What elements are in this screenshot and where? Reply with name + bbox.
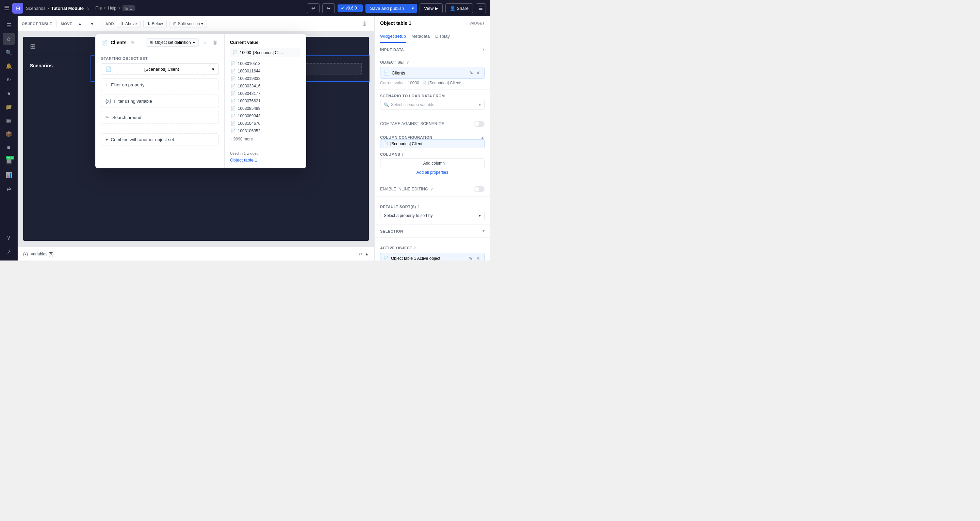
save-publish-dropdown[interactable]: ▾ — [409, 4, 417, 13]
variables-label[interactable]: Variables (5) — [30, 252, 53, 256]
version-badge[interactable]: ✔ v0.6.0+ — [337, 5, 363, 12]
variables-filter-icon[interactable]: ⚙ — [358, 252, 362, 256]
scenario-chevron-icon: ▾ — [479, 102, 481, 107]
object-set-section: OBJECT SET ? 📄 Clients ✎ ✕ Current value… — [375, 56, 490, 90]
save-publish-button[interactable]: Save and publish — [366, 4, 409, 13]
object-set-title: OBJECT SET ? — [380, 60, 485, 64]
toolbar-down-button[interactable]: ▼ — [88, 20, 97, 27]
inline-help-icon[interactable]: ? — [431, 187, 433, 191]
cv-used-section: Used in 1 widget Object table 1 — [230, 147, 301, 162]
object-set-help-icon[interactable]: ? — [407, 60, 409, 64]
sidebar-icon-home[interactable]: ⌂ — [3, 33, 15, 45]
sidebar-icon-scenario[interactable]: 🔲 NEW — [3, 155, 15, 167]
search-around-row[interactable]: ✂ Search around — [101, 111, 219, 124]
cv-item-label-3: 1003033416 — [238, 84, 261, 89]
breadcrumb-current[interactable]: Tutorial Module — [51, 6, 84, 11]
cv-item-label-5: 1003076621 — [238, 98, 261, 103]
obj-select[interactable]: 📄 [Scenarios] Client ▾ — [101, 63, 219, 75]
object-set-def-button[interactable]: ⊞ Object set definition ▾ — [146, 38, 198, 47]
cv-item-0: 📄 1003010513 — [230, 60, 301, 67]
input-data-collapse-icon[interactable]: ▾ — [482, 47, 485, 52]
breadcrumb-separator: › — [48, 6, 49, 11]
breadcrumb-parent[interactable]: Scenarios — [26, 6, 46, 11]
toolbar-delete-button[interactable]: 🗑 — [360, 19, 370, 28]
pill-edit-button[interactable]: ✎ — [469, 69, 474, 76]
sidebar-icon-history[interactable]: ↻ — [3, 73, 15, 86]
sidebar-icon-grid[interactable]: ▦ — [3, 114, 15, 127]
sidebar-icon-expand[interactable]: ↗ — [3, 246, 15, 258]
sidebar-icon-star[interactable]: ★ — [3, 87, 15, 99]
sidebar-icon-search[interactable]: 🔍 — [3, 46, 15, 59]
inline-toggle-row: ENABLE INLINE EDITING ? — [380, 186, 485, 192]
popup-title-icon: 📄 — [101, 40, 108, 46]
split-section-button[interactable]: ⊞ Split section ▾ — [169, 20, 207, 28]
popup-trash-button[interactable]: 🗑 — [211, 39, 219, 46]
below-icon: ⬇ — [147, 21, 150, 26]
sorts-help-icon[interactable]: ? — [417, 205, 420, 209]
pill-close-button[interactable]: ✕ — [476, 69, 481, 76]
undo-button[interactable]: ↩ — [307, 3, 320, 13]
tab-display[interactable]: Display — [435, 30, 450, 43]
active-obj-edit-button[interactable]: ✎ — [468, 255, 473, 260]
sidebar-icon-switch[interactable]: ⇄ — [3, 182, 15, 195]
object-set-pill: 📄 Clients ✎ ✕ — [380, 67, 485, 79]
columns-help-icon[interactable]: ? — [401, 153, 404, 156]
sidebar-icon-analytics[interactable]: 📊 — [3, 169, 15, 181]
split-icon: ⊞ — [173, 21, 177, 26]
toolbar-above-button[interactable]: ⬆ Above — [117, 20, 140, 28]
combine-button[interactable]: + Combine with another object set — [101, 133, 219, 146]
filter-property-row[interactable]: + Filter on property — [101, 78, 219, 91]
cv-more-text: + 9990 more — [230, 137, 301, 141]
breadcrumb: Scenarios › Tutorial Module ☆ — [26, 6, 90, 11]
cv-item-8: 📄 1003104670 — [230, 120, 301, 127]
sidebar-icon-box[interactable]: 📦 — [3, 128, 15, 140]
toolbar-below-button[interactable]: ⬇ Below — [143, 20, 167, 28]
sidebar-icon-help[interactable]: ? — [3, 232, 15, 244]
cv-used-link[interactable]: Object table 1 — [230, 157, 301, 162]
toolbar-divider-1 — [56, 21, 57, 27]
sidebar-icon-bell[interactable]: 🔔 — [3, 60, 15, 72]
overflow-menu-button[interactable]: ☰ — [476, 3, 486, 13]
sort-select[interactable]: Select a property to sort by ▾ — [380, 211, 485, 220]
share-button[interactable]: 👤 Share — [445, 3, 473, 13]
module-number[interactable]: ⊞ 1 — [123, 5, 135, 11]
cv-item-label-2: 1003019332 — [238, 76, 261, 81]
cv-total-label: [Scenarios] Cli... — [253, 50, 283, 55]
cv-total-icon: 📄 — [233, 50, 238, 55]
inline-toggle[interactable] — [474, 186, 485, 192]
view-button[interactable]: View ▶ — [420, 3, 443, 13]
main-toolbar: OBJECT TABLE MOVE ▲ ▼ ADD ⬆ Above ⬇ Belo… — [18, 16, 374, 31]
file-menu[interactable]: File — [95, 6, 102, 11]
popup-star-button[interactable]: ☆ — [202, 39, 208, 46]
variables-collapse-icon[interactable]: ▲ — [365, 252, 369, 256]
tab-metadata[interactable]: Metadata — [411, 30, 430, 43]
toolbar-up-button[interactable]: ▲ — [75, 20, 85, 27]
star-icon[interactable]: ☆ — [86, 6, 90, 11]
canvas-section-left: Scenarios — [23, 56, 91, 81]
filter-variable-row[interactable]: {x} Filter using variable — [101, 95, 219, 108]
cv-item-label-1: 1003011644 — [238, 69, 261, 73]
active-obj-close-button[interactable]: ✕ — [476, 255, 481, 260]
tab-widget-setup[interactable]: Widget setup — [380, 30, 406, 43]
add-all-properties-link[interactable]: Add all properties — [380, 170, 485, 175]
scenario-dropdown[interactable]: 🔍 Select scenario variable... ▾ — [380, 100, 485, 110]
hamburger-icon[interactable]: ☰ — [4, 5, 10, 12]
add-column-button[interactable]: + Add column — [380, 159, 485, 168]
pill-actions: ✎ ✕ — [469, 69, 481, 76]
cv-item-label-0: 1003010513 — [238, 61, 261, 66]
scenarios-client-label: [Scenarios] Client — [390, 141, 422, 146]
active-obj-help-icon[interactable]: ? — [414, 246, 416, 250]
sidebar-icon-list[interactable]: ≡ — [3, 141, 15, 154]
popup-edit-button[interactable]: ✎ — [129, 39, 136, 46]
redo-button[interactable]: ↪ — [322, 3, 335, 13]
compare-toggle[interactable] — [474, 121, 485, 127]
sidebar-icon-folder[interactable]: 📁 — [3, 101, 15, 113]
column-config-collapse-icon[interactable]: ▲ — [481, 135, 485, 140]
variables-bar: {x} Variables (5) ⚙ ▲ — [18, 247, 374, 260]
help-menu[interactable]: Help — [108, 6, 116, 11]
input-data-title: INPUT DATA ▾ — [380, 47, 485, 52]
sidebar-icon-menu[interactable]: ☰ — [3, 19, 15, 31]
selection-collapse-icon[interactable]: ▾ — [482, 229, 485, 233]
top-bar-left: ☰ ⊞ Scenarios › Tutorial Module ☆ File ▾… — [4, 3, 304, 14]
column-config-title: COLUMN CONFIGURATION ▲ — [380, 135, 485, 140]
